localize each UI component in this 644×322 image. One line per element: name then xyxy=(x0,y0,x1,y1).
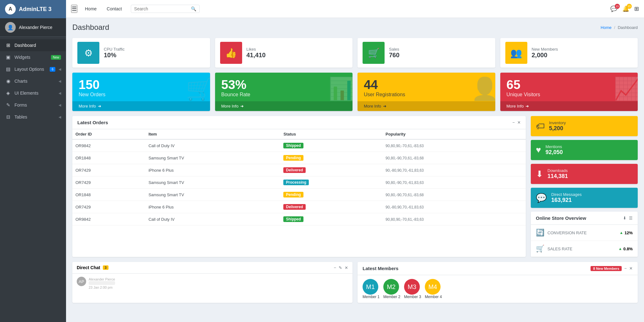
orders-minimize-button[interactable]: − xyxy=(512,120,515,125)
orders-number: 150 xyxy=(79,78,204,92)
sidebar-item-charts[interactable]: ◉ Charts ◀ xyxy=(0,75,66,87)
sidebar-user[interactable]: 👤 Alexander Pierce xyxy=(0,18,66,37)
inventory-icon: 🏷 xyxy=(536,121,545,131)
order-item-cell: Call of Duty IV xyxy=(145,139,280,152)
messages-button[interactable]: 💬 15 xyxy=(610,5,617,12)
sidebar-item-forms[interactable]: ✎ Forms ◀ xyxy=(0,99,66,111)
tables-icon: ⊟ xyxy=(5,114,11,120)
member-1-avatar: M1 xyxy=(363,279,378,295)
sidebar-brand: A AdminLTE 3 xyxy=(0,0,66,18)
stat-cards-row: 150 New Orders 🛒 More Info ➜ 53% Bounce … xyxy=(72,73,638,111)
stat-card-visitors: 65 Unique Visitors 📈 More Info ➜ xyxy=(500,73,638,111)
col-orderid: Order ID xyxy=(72,129,145,139)
info-box-likes: 👍 Likes 41,410 xyxy=(215,38,353,68)
order-popularity-cell: 90,-80,90,70,-61,83,63 xyxy=(382,201,526,213)
member-4-name: Member 4 xyxy=(425,295,442,299)
chat-close-button[interactable]: ✕ xyxy=(345,265,348,270)
sidebar-nav: ⊞ Dashboard ▣ Widgets New ▤ Layout Optio… xyxy=(0,37,66,322)
reg-bg-icon: 👤 xyxy=(471,76,495,102)
chat-tools: − ✎ ✕ xyxy=(334,265,348,270)
status-badge: Shipped xyxy=(283,143,303,148)
sidebar: A AdminLTE 3 👤 Alexander Pierce ⊞ Dashbo… xyxy=(0,0,66,322)
mentions-widget: ♥ Mentions 92,050 xyxy=(531,140,638,160)
visitors-more-info[interactable]: More Info ➜ xyxy=(500,101,638,111)
chat-pencil-button[interactable]: ✎ xyxy=(339,265,342,270)
chat-timestamp: 23 Jan 2:00 pm xyxy=(89,286,115,289)
member-3[interactable]: M3 Member 3 xyxy=(404,279,421,299)
col-popularity: Popularity xyxy=(382,129,526,139)
page-title: Dashboard xyxy=(72,23,109,32)
member-4[interactable]: M4 Member 4 xyxy=(425,279,442,299)
cpu-value: 10% xyxy=(104,52,125,59)
order-id-cell: OR7429 xyxy=(72,176,145,189)
chat-badge: 3 xyxy=(103,265,108,270)
conversion-icon: 🔄 xyxy=(536,229,544,237)
order-popularity-cell: 90,80,90,-70,61,-83,63 xyxy=(382,213,526,225)
table-row: OR9842 Call of Duty IV Shipped 90,80,90,… xyxy=(72,213,526,225)
username: Alexander Pierce xyxy=(19,25,53,30)
mentions-label: Mentions xyxy=(546,144,563,149)
breadcrumb-current: Dashboard xyxy=(618,25,638,30)
member-1[interactable]: M1 Member 1 xyxy=(363,279,380,299)
orders-more-info[interactable]: More Info ➜ xyxy=(72,101,210,111)
order-popularity-cell: 90,80,-90,70,-61,83,63 xyxy=(382,176,526,189)
conversion-label: CONVERSION RATE xyxy=(547,230,587,235)
sparkline: 90,80,-90,70,61,-83,68 xyxy=(386,193,424,197)
chat-minimize-button[interactable]: − xyxy=(334,265,336,270)
sidebar-item-widgets[interactable]: ▣ Widgets New xyxy=(0,51,66,63)
sparkline: 90,-80,90,70,-61,83,63 xyxy=(386,168,424,173)
reg-number: 44 xyxy=(364,78,489,92)
order-item-cell: Call of Duty IV xyxy=(145,213,280,225)
visitors-number: 65 xyxy=(507,78,632,92)
search-input[interactable] xyxy=(134,6,191,11)
info-box-cpu: ⚙ CPU Traffic 10% xyxy=(72,38,210,68)
bounce-more-info[interactable]: More Info ➜ xyxy=(215,101,353,111)
orders-card-tools: − ✕ xyxy=(512,120,521,125)
latest-orders-card: Latest Orders − ✕ Order ID Item Status xyxy=(72,116,526,257)
members-close-button[interactable]: ✕ xyxy=(629,266,633,271)
order-status-cell: Shipped xyxy=(280,213,382,225)
sales-info: Sales 760 xyxy=(389,47,399,59)
sales-label: Sales xyxy=(389,47,399,52)
sidebar-item-label: Layout Options xyxy=(14,67,47,72)
dashboard-icon: ⊞ xyxy=(5,42,11,48)
sidebar-item-tables[interactable]: ⊟ Tables ◀ xyxy=(0,111,66,123)
orders-close-button[interactable]: ✕ xyxy=(517,120,521,125)
member-2[interactable]: M2 Member 2 xyxy=(383,279,400,299)
col-status: Status xyxy=(280,129,382,139)
sidebar-item-layout[interactable]: ▤ Layout Options 6 ◀ xyxy=(0,63,66,75)
members-minimize-button[interactable]: − xyxy=(624,266,627,271)
inventory-widget: 🏷 Inventory 5,200 xyxy=(531,116,638,136)
overview-download-button[interactable]: ⬇ xyxy=(623,216,626,220)
sparkline: 90,80,-90,70,-61,83,63 xyxy=(386,180,424,185)
sidebar-item-dashboard[interactable]: ⊞ Dashboard xyxy=(0,39,66,51)
notifications-button[interactable]: 🔔 15 xyxy=(622,5,629,12)
chat-title: Direct Chat xyxy=(77,265,100,270)
apps-button[interactable]: ⊞ xyxy=(634,5,639,12)
members-row: M1 Member 1 M2 Member 2 M3 Member 3 M4 M… xyxy=(358,275,638,303)
breadcrumb-home[interactable]: Home xyxy=(601,25,612,30)
overview-menu-button[interactable]: ☰ xyxy=(629,216,633,220)
sidebar-item-label: Dashboard xyxy=(14,43,61,48)
home-link[interactable]: Home xyxy=(85,6,97,11)
chevron-left-icon: ◀ xyxy=(58,115,61,119)
chevron-left-icon: ◀ xyxy=(58,91,61,95)
order-popularity-cell: 90,80,90,-70,61,-83,63 xyxy=(382,139,526,152)
sales-rate-row: 🛒 SALES RATE ▲ 0.8% xyxy=(531,241,638,257)
contact-link[interactable]: Contact xyxy=(107,6,122,11)
chat-messages: AP Alexander Pierce 23 Jan 2:00 pm xyxy=(72,274,353,295)
orders-label: New Orders xyxy=(79,92,204,97)
stat-card-bounce: 53% Bounce Rate 📊 More Info ➜ xyxy=(215,73,353,111)
members-card-header: Latest Members 8 New Members − ✕ xyxy=(358,262,638,275)
sales-icon: 🛒 xyxy=(363,42,385,64)
order-item-cell: Samsung Smart TV xyxy=(145,189,280,201)
sales-value: 760 xyxy=(389,52,399,59)
sidebar-toggle-button[interactable]: ☰ xyxy=(71,5,77,13)
info-box-members: 👥 New Members 2,000 xyxy=(500,38,638,68)
notifications-badge: 15 xyxy=(627,4,632,9)
info-boxes-row: ⚙ CPU Traffic 10% 👍 Likes 41,410 🛒 Sales… xyxy=(72,38,638,68)
reg-more-info[interactable]: More Info ➜ xyxy=(358,101,495,111)
search-button[interactable]: 🔍 xyxy=(191,6,196,11)
sidebar-item-ui[interactable]: ◈ UI Elements ◀ xyxy=(0,87,66,99)
cpu-icon: ⚙ xyxy=(77,42,99,64)
